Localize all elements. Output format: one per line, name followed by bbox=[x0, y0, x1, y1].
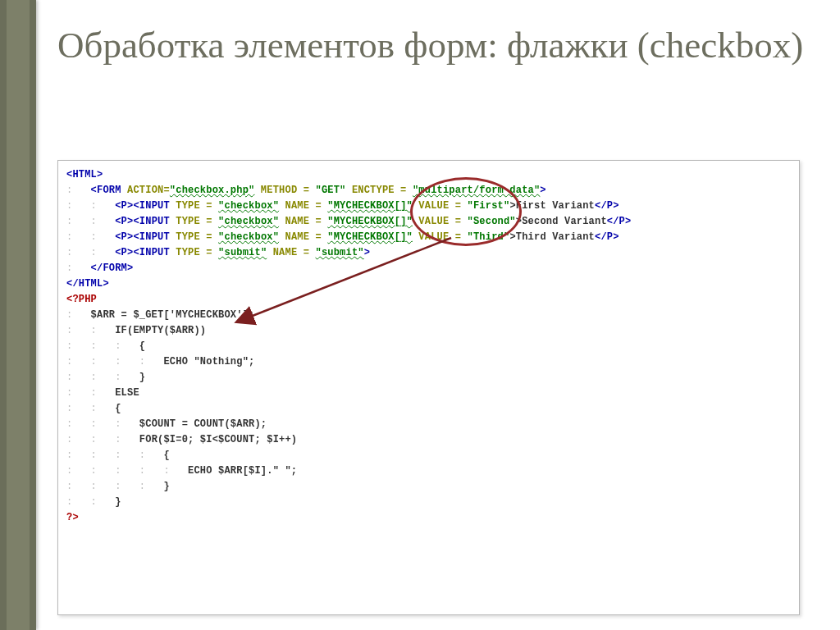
code-line: : </FORM> bbox=[66, 261, 791, 276]
code-line: : : : FOR($I=0; $I<$COUNT; $I++) bbox=[66, 432, 791, 448]
left-decorative-band bbox=[0, 0, 36, 630]
code-line: : : : $COUNT = COUNT($ARR); bbox=[66, 417, 791, 432]
slide: Обработка элементов форм: флажки (checkb… bbox=[0, 0, 840, 630]
code-line: : : : : : ECHO $ARR[$I]." "; bbox=[66, 463, 791, 479]
code-screenshot: <HTML> : <FORM ACTION="checkbox.php" MET… bbox=[57, 160, 800, 615]
code-line: : : <P><INPUT TYPE = "checkbox" NAME = "… bbox=[66, 199, 791, 214]
code-line: : : : : { bbox=[66, 448, 791, 463]
code-line: : : { bbox=[66, 401, 791, 417]
code-line: </HTML> bbox=[66, 276, 791, 292]
code-line: ?> bbox=[66, 510, 791, 526]
slide-title: Обработка элементов форм: флажки (checkb… bbox=[57, 25, 807, 67]
left-band-inner bbox=[7, 0, 30, 630]
code-line: <HTML> bbox=[66, 167, 791, 183]
code-line: : : ELSE bbox=[66, 386, 791, 401]
code-line: : : : : ECHO "Nothing"; bbox=[66, 354, 791, 370]
code-line: : <FORM ACTION="checkbox.php" METHOD = "… bbox=[66, 183, 791, 199]
code-line: : : IF(EMPTY($ARR)) bbox=[66, 323, 791, 339]
code-line: : : : : } bbox=[66, 479, 791, 495]
code-line: : : <P><INPUT TYPE = "checkbox" NAME = "… bbox=[66, 230, 791, 245]
code-line: : : : { bbox=[66, 339, 791, 354]
code-line: <?PHP bbox=[66, 292, 791, 308]
code-line: : : <P><INPUT TYPE = "checkbox" NAME = "… bbox=[66, 214, 791, 230]
code-line: : : } bbox=[66, 495, 791, 510]
code-line: : : <P><INPUT TYPE = "submit" NAME = "su… bbox=[66, 245, 791, 261]
code-line: : $ARR = $_GET['MYCHECKBOX']; bbox=[66, 308, 791, 323]
code-line: : : : } bbox=[66, 370, 791, 386]
